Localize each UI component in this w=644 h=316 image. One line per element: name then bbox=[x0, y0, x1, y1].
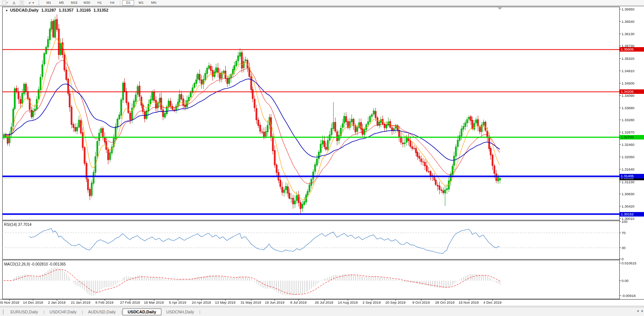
tab-scroll-right-icon[interactable]: ▸ bbox=[641, 309, 643, 313]
symbol-tab-bar: EURUSD,Daily|USDCHF,Daily|AUDUSD,Daily|U… bbox=[0, 307, 644, 316]
tab-audusd[interactable]: AUDUSD,Daily bbox=[83, 309, 121, 315]
tab-separator: | bbox=[121, 310, 122, 314]
tab-scroll-arrows: ◂ ▸ bbox=[637, 309, 643, 313]
tab-usdchf[interactable]: USDCHF,Daily bbox=[45, 309, 81, 315]
terminal-window: F A T ✔▼ M1M5M15M30H1H4D1W1MN ▼USDCAD,Da… bbox=[0, 0, 644, 316]
tab-usdcad[interactable]: USDCAD,Daily bbox=[123, 309, 161, 315]
tab-bar-edge bbox=[3, 309, 3, 315]
tab-separator: | bbox=[199, 310, 201, 314]
tab-eurusd[interactable]: EURUSD,Daily bbox=[6, 309, 43, 315]
tab-scroll-left-icon[interactable]: ◂ bbox=[637, 309, 639, 313]
tab-separator: | bbox=[82, 310, 83, 314]
price-chart-canvas[interactable] bbox=[0, 0, 644, 316]
tab-usdcnh[interactable]: USDCNH,Daily bbox=[161, 309, 199, 315]
tab-separator: | bbox=[43, 310, 44, 314]
